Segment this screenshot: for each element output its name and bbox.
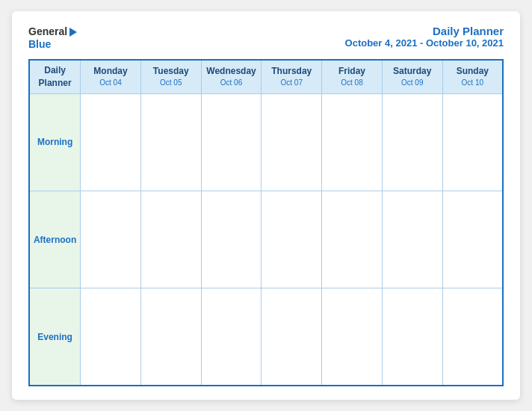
header-title: Daily Planner October 4, 2021 - October … (345, 25, 504, 49)
cell-morning-monday[interactable] (81, 93, 141, 191)
logo-blue-text: Blue (28, 38, 51, 50)
planner-title: Daily Planner (345, 25, 504, 37)
col-header-wednesday: Wednesday Oct 06 (201, 60, 262, 93)
cell-evening-monday[interactable] (81, 288, 141, 386)
col-header-label: Daily Planner (29, 60, 81, 93)
cell-afternoon-saturday[interactable] (382, 191, 442, 288)
calendar-table: Daily Planner Monday Oct 04 Tuesday Oct … (28, 59, 504, 386)
col-header-friday: Friday Oct 08 (322, 60, 383, 93)
cell-evening-tuesday[interactable] (140, 288, 201, 386)
cell-evening-friday[interactable] (322, 288, 383, 386)
row-label-evening: Evening (29, 288, 81, 386)
cell-morning-wednesday[interactable] (201, 93, 262, 191)
col-header-thursday: Thursday Oct 07 (262, 60, 322, 93)
planner-page: General Blue Daily Planner October 4, 20… (12, 11, 520, 400)
col-header-sunday: Sunday Oct 10 (442, 60, 503, 93)
cell-afternoon-friday[interactable] (322, 191, 383, 288)
row-afternoon: Afternoon (29, 191, 503, 288)
cell-afternoon-monday[interactable] (81, 191, 141, 288)
logo-general: General (28, 25, 77, 38)
cell-morning-sunday[interactable] (442, 93, 503, 191)
row-label-morning: Morning (29, 93, 81, 191)
row-morning: Morning (29, 93, 503, 191)
cell-evening-thursday[interactable] (262, 288, 322, 386)
cell-evening-wednesday[interactable] (201, 288, 262, 386)
header: General Blue Daily Planner October 4, 20… (28, 25, 504, 50)
planner-date-range: October 4, 2021 - October 10, 2021 (345, 37, 504, 49)
col-header-monday: Monday Oct 04 (81, 60, 141, 93)
cell-morning-friday[interactable] (322, 93, 383, 191)
header-row: Daily Planner Monday Oct 04 Tuesday Oct … (29, 60, 503, 93)
cell-morning-tuesday[interactable] (140, 93, 201, 191)
cell-afternoon-tuesday[interactable] (140, 191, 201, 288)
cell-evening-sunday[interactable] (442, 288, 503, 386)
cell-afternoon-thursday[interactable] (262, 191, 322, 288)
logo-arrow-icon (69, 28, 77, 37)
cell-morning-saturday[interactable] (382, 93, 442, 191)
cell-morning-thursday[interactable] (262, 93, 322, 191)
cell-afternoon-sunday[interactable] (442, 191, 503, 288)
logo: General Blue (28, 25, 77, 50)
cell-afternoon-wednesday[interactable] (201, 191, 262, 288)
row-label-afternoon: Afternoon (29, 191, 81, 288)
cell-evening-saturday[interactable] (382, 288, 442, 386)
col-header-tuesday: Tuesday Oct 05 (140, 60, 201, 93)
col-header-saturday: Saturday Oct 09 (382, 60, 442, 93)
row-evening: Evening (29, 288, 503, 386)
